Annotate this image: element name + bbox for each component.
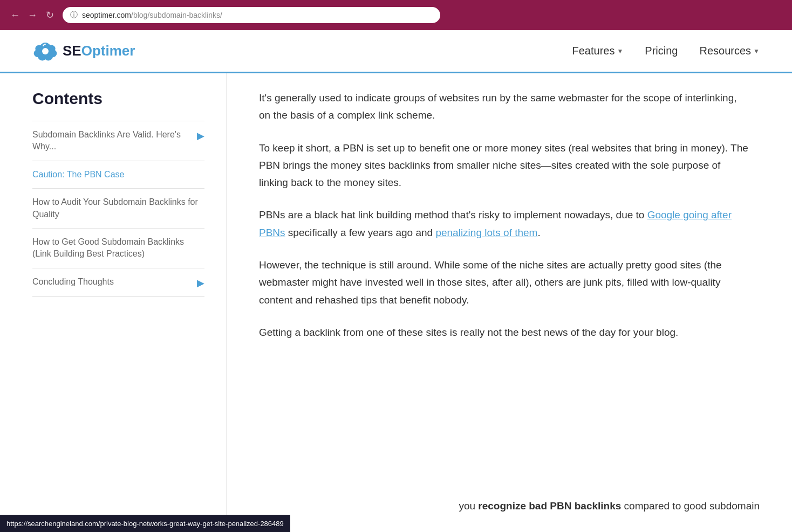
paragraph-5: Getting a backlink from one of these sit… [259, 324, 749, 341]
paragraph-4: However, the technique is still around. … [259, 257, 749, 309]
address-text: seoptimer.com/blog/subdomain-backlinks/ [82, 11, 222, 19]
toc-item-2: Caution: The PBN Case [32, 161, 204, 189]
toc-indicator-1: ▶ [197, 130, 204, 142]
paragraph-3: PBNs are a black hat link building metho… [259, 206, 749, 241]
site-header: SEOptimer Features ▼ Pricing Resources ▼ [0, 30, 792, 73]
toc-link-1[interactable]: Subdomain Backlinks Are Valid. Here's Wh… [32, 129, 193, 153]
bottom-text-before: you [459, 500, 478, 512]
address-bar-icon: ⓘ [70, 10, 78, 20]
toc-link-5[interactable]: Concluding Thoughts [32, 276, 193, 288]
main-content: Contents Subdomain Backlinks Are Valid. … [0, 73, 792, 515]
status-url: https://searchengineland.com/private-blo… [6, 520, 284, 528]
toc-link-3[interactable]: How to Audit Your Subdomain Backlinks fo… [32, 196, 204, 220]
site-nav: Features ▼ Pricing Resources ▼ [572, 45, 760, 57]
nav-pricing[interactable]: Pricing [645, 45, 678, 57]
bottom-content: you recognize bad PBN backlinks compared… [459, 498, 760, 515]
article-content: It's generally used to indicate groups o… [227, 73, 792, 515]
browser-nav-buttons: ← → ↻ [9, 9, 56, 22]
paragraph-1: It's generally used to indicate groups o… [259, 89, 749, 125]
resources-chevron-icon: ▼ [753, 47, 760, 55]
features-chevron-icon: ▼ [617, 47, 623, 55]
paragraph-2: To keep it short, a PBN is set up to ben… [259, 140, 749, 192]
nav-resources[interactable]: Resources ▼ [700, 45, 760, 57]
logo-text: SEOptimer [63, 43, 135, 59]
sidebar-toc: Contents Subdomain Backlinks Are Valid. … [0, 73, 227, 515]
back-button[interactable]: ← [9, 9, 22, 22]
toc-list: Subdomain Backlinks Are Valid. Here's Wh… [32, 121, 204, 297]
toc-link-2[interactable]: Caution: The PBN Case [32, 169, 204, 181]
toc-item-1: Subdomain Backlinks Are Valid. Here's Wh… [32, 121, 204, 161]
penalizing-link[interactable]: penalizing lots of them [435, 227, 537, 238]
nav-features[interactable]: Features ▼ [572, 45, 624, 57]
logo-icon [32, 38, 58, 64]
svg-point-0 [42, 48, 49, 54]
logo-area[interactable]: SEOptimer [32, 38, 135, 64]
toc-title: Contents [32, 89, 204, 108]
forward-button[interactable]: → [26, 9, 39, 22]
toc-item-5: Concluding Thoughts ▶ [32, 268, 204, 297]
reload-button[interactable]: ↻ [43, 9, 56, 22]
toc-item-3: How to Audit Your Subdomain Backlinks fo… [32, 189, 204, 229]
browser-chrome: ← → ↻ ⓘ seoptimer.com/blog/subdomain-bac… [0, 0, 792, 30]
toc-link-4[interactable]: How to Get Good Subdomain Backlinks (Lin… [32, 236, 204, 260]
bottom-text-bold: recognize bad PBN backlinks [478, 500, 621, 512]
bottom-text-after: compared to good subdomain [621, 500, 760, 512]
address-bar[interactable]: ⓘ seoptimer.com/blog/subdomain-backlinks… [63, 7, 440, 23]
toc-indicator-5: ▶ [197, 277, 204, 289]
toc-item-4: How to Get Good Subdomain Backlinks (Lin… [32, 229, 204, 268]
status-bar: https://searchengineland.com/private-blo… [0, 515, 290, 532]
